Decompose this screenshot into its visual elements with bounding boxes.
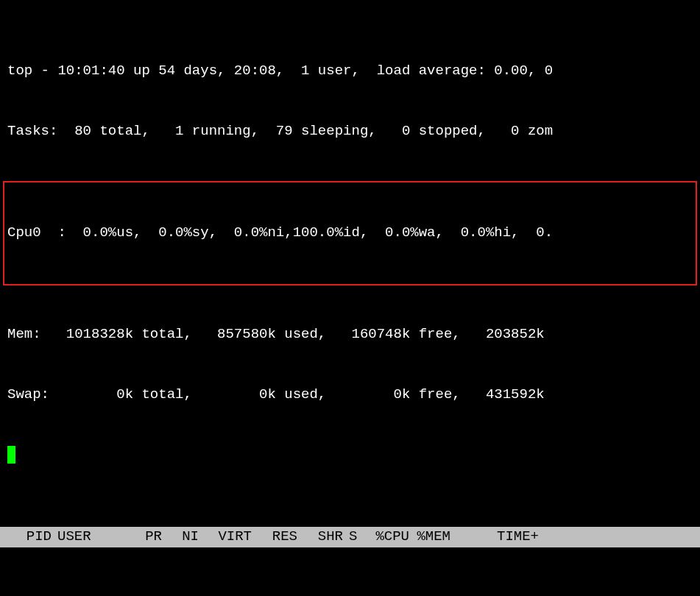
summary-mem: Mem: 1018328k total, 857580k used, 16074… xyxy=(0,324,700,345)
summary-cpu: Cpu0 : 0.0%us, 0.0%sy, 0.0%ni,100.0%id, … xyxy=(7,223,693,244)
col-ni: NI xyxy=(162,527,199,547)
terminal-cursor xyxy=(7,446,15,464)
col-time: TIME+ xyxy=(450,527,539,547)
col-shr: SHR xyxy=(297,527,343,547)
summary-uptime: top - 10:01:40 up 54 days, 20:08, 1 user… xyxy=(0,61,700,82)
col-cpu: %CPU xyxy=(368,527,409,547)
col-virt: VIRT xyxy=(199,527,252,547)
col-s: S xyxy=(343,527,368,547)
col-user: USER xyxy=(52,527,109,547)
col-res: RES xyxy=(252,527,297,547)
summary-swap: Swap: 0k total, 0k used, 0k free, 431592… xyxy=(0,385,700,405)
cpu-highlight-annotation: Cpu0 : 0.0%us, 0.0%sy, 0.0%ni,100.0%id, … xyxy=(3,181,697,285)
col-pid: PID xyxy=(7,527,52,547)
process-table-header: PID USER PR NI VIRT RES SHR S %CPU %MEM … xyxy=(0,527,700,547)
col-mem: %MEM xyxy=(409,527,450,547)
terminal-output[interactable]: top - 10:01:40 up 54 days, 20:08, 1 user… xyxy=(0,0,700,596)
summary-tasks: Tasks: 80 total, 1 running, 79 sleeping,… xyxy=(0,121,700,142)
col-pr: PR xyxy=(109,527,162,547)
